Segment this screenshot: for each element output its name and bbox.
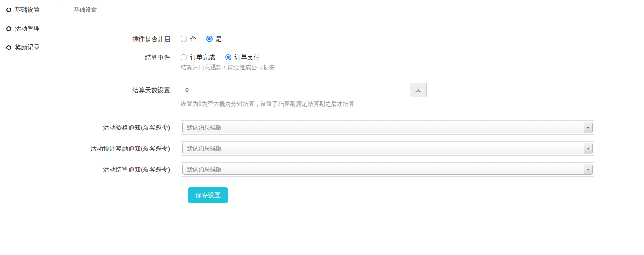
sidebar-item-label: 基础设置: [15, 6, 40, 14]
radio-unchecked-icon[interactable]: [181, 54, 187, 60]
form-row-notify-qualify: 活动资格通知(新客裂变) 默认消息模版 ▼: [67, 120, 644, 135]
select-value: 默认消息模版: [187, 124, 222, 131]
field-label-notify-qualify: 活动资格通知(新客裂变): [67, 120, 181, 135]
form-row-plugin-enabled: 插件是否开启 否 是: [67, 35, 644, 42]
settings-form: 插件是否开启 否 是 结算事件: [67, 18, 644, 203]
sidebar-item-activity-management[interactable]: 活动管理: [6, 25, 62, 32]
settle-days-input[interactable]: [181, 83, 410, 97]
circle-icon: [6, 8, 11, 12]
radio-checked-icon[interactable]: [206, 36, 213, 42]
radio-unchecked-icon[interactable]: [181, 36, 187, 42]
form-row-settle-event: 结算事件 订单完成 订单支付 结算后同意退款可能会造成公司损失: [67, 54, 644, 71]
settle-days-hint: 设置为0为空大概两分钟结算，设置了结算期满足结算期之后才结算: [181, 100, 644, 108]
notify-settle-select[interactable]: 默认消息模版 ▼: [181, 162, 594, 177]
radio-option-order-complete[interactable]: 订单完成: [181, 53, 215, 61]
select-value: 默认消息模版: [187, 166, 222, 173]
radio-label: 否: [190, 35, 196, 43]
radio-checked-icon[interactable]: [225, 54, 231, 60]
form-row-settle-days: 结算天数设置 天 设置为0为空大概两分钟结算，设置了结算期满足结算期之后才结算: [67, 83, 644, 108]
save-settings-button[interactable]: 保存设置: [188, 187, 228, 203]
input-unit-addon: 天: [410, 83, 427, 97]
app-layout: 基础设置 活动管理 奖励记录 基础设置 插件是否开启 否: [0, 0, 644, 255]
field-label-settle-days: 结算天数设置: [67, 83, 181, 97]
radio-label: 订单支付: [234, 53, 260, 61]
radio-option-yes[interactable]: 是: [206, 35, 222, 43]
dropdown-arrow-icon[interactable]: ▼: [584, 164, 592, 174]
circle-icon: [6, 45, 11, 50]
sidebar-item-reward-records[interactable]: 奖励记录: [6, 44, 62, 51]
radio-option-no[interactable]: 否: [181, 35, 196, 43]
dropdown-arrow-icon[interactable]: ▼: [584, 143, 592, 154]
sidebar: 基础设置 活动管理 奖励记录: [0, 0, 62, 255]
dropdown-arrow-icon[interactable]: ▼: [584, 122, 592, 133]
field-label-plugin-enabled: 插件是否开启: [67, 35, 181, 42]
sidebar-item-label: 奖励记录: [15, 44, 40, 52]
sidebar-item-basic-settings[interactable]: 基础设置: [6, 6, 62, 13]
radio-label: 是: [216, 35, 222, 43]
radio-option-order-paid[interactable]: 订单支付: [225, 53, 260, 61]
page-title: 基础设置: [67, 0, 644, 18]
notify-qualify-select[interactable]: 默认消息模版 ▼: [181, 120, 594, 135]
circle-icon: [6, 26, 11, 31]
radio-label: 订单完成: [190, 53, 215, 61]
field-label-notify-expected-reward: 活动预计奖励通知(新客裂变): [67, 141, 181, 156]
select-value: 默认消息模版: [187, 145, 222, 152]
field-label-settle-event: 结算事件: [67, 54, 181, 61]
main-panel: 基础设置 插件是否开启 否 是: [62, 0, 644, 255]
sidebar-item-label: 活动管理: [15, 25, 40, 33]
form-row-notify-settle: 活动结算通知(新客裂变) 默认消息模版 ▼: [67, 162, 644, 177]
field-label-notify-settle: 活动结算通知(新客裂变): [67, 162, 181, 177]
settle-event-hint: 结算后同意退款可能会造成公司损失: [181, 64, 644, 71]
notify-expected-reward-select[interactable]: 默认消息模版 ▼: [181, 141, 594, 156]
form-row-notify-expected-reward: 活动预计奖励通知(新客裂变) 默认消息模版 ▼: [67, 141, 644, 156]
